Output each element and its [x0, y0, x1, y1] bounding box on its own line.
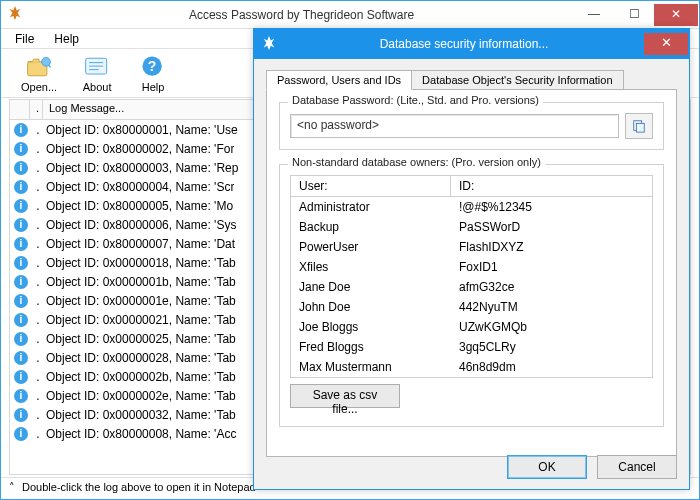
copy-icon: [632, 119, 646, 133]
log-msg: Object ID: 0x00000021, Name: 'Tab: [46, 313, 236, 327]
log-msg: Object ID: 0x80000004, Name: 'Scr: [46, 180, 234, 194]
info-icon: i: [14, 161, 28, 175]
info-icon: i: [14, 123, 28, 137]
password-field[interactable]: <no password>: [290, 114, 619, 138]
table-row[interactable]: PowerUserFlashIDXYZ: [291, 237, 652, 257]
log-dot: .: [34, 351, 42, 365]
close-button[interactable]: ✕: [654, 4, 698, 26]
titlebar: Access Password by Thegrideon Software ―…: [1, 1, 699, 29]
info-icon: i: [14, 408, 28, 422]
tab-password-users[interactable]: Password, Users and IDs: [266, 70, 412, 90]
cell-user: Administrator: [291, 197, 451, 217]
info-icon: i: [14, 332, 28, 346]
cell-id: 46n8d9dm: [451, 357, 652, 377]
tab-page: Database Password: (Lite., Std. and Pro.…: [266, 89, 677, 457]
log-dot: .: [34, 237, 42, 251]
cell-user: Joe Bloggs: [291, 317, 451, 337]
log-dot: .: [34, 199, 42, 213]
window-title: Access Password by Thegrideon Software: [29, 8, 574, 22]
log-msg: Object ID: 0x80000008, Name: 'Acc: [46, 427, 236, 441]
owners-table[interactable]: User: ID: Administrator!@#$%12345BackupP…: [290, 175, 653, 378]
owners-header: User: ID:: [291, 176, 652, 197]
tabs: Password, Users and IDs Database Object'…: [266, 69, 677, 457]
info-icon: i: [14, 142, 28, 156]
log-dot: .: [34, 427, 42, 441]
caret-up-icon: ˄: [9, 481, 19, 494]
table-row[interactable]: John Doe442NyuTM: [291, 297, 652, 317]
log-msg: Object ID: 0x80000006, Name: 'Sys: [46, 218, 236, 232]
info-icon: i: [14, 199, 28, 213]
info-icon: i: [14, 180, 28, 194]
cell-user: John Doe: [291, 297, 451, 317]
log-msg: Object ID: 0x80000005, Name: 'Mo: [46, 199, 233, 213]
cell-id: PaSSWorD: [451, 217, 652, 237]
cancel-button[interactable]: Cancel: [597, 455, 677, 479]
table-row[interactable]: Jane DoeafmG32ce: [291, 277, 652, 297]
cell-id: FlashIDXYZ: [451, 237, 652, 257]
group-db-password: Database Password: (Lite., Std. and Pro.…: [279, 102, 664, 150]
log-dot: .: [34, 275, 42, 289]
about-button[interactable]: About: [81, 53, 113, 93]
info-icon: i: [14, 389, 28, 403]
app-icon: [1, 6, 29, 23]
cell-id: FoxID1: [451, 257, 652, 277]
log-dot: .: [34, 389, 42, 403]
info-icon: i: [14, 256, 28, 270]
log-dot: .: [34, 313, 42, 327]
log-dot: .: [34, 294, 42, 308]
table-row[interactable]: XfilesFoxID1: [291, 257, 652, 277]
table-row[interactable]: Fred Bloggs3gq5CLRy: [291, 337, 652, 357]
info-icon: i: [14, 218, 28, 232]
log-msg: Object ID: 0x00000028, Name: 'Tab: [46, 351, 236, 365]
open-button[interactable]: Open...: [21, 53, 57, 93]
dialog-title: Database security information...: [284, 37, 644, 51]
info-icon: i: [14, 237, 28, 251]
log-dot: .: [34, 370, 42, 384]
table-row[interactable]: Max Mustermann46n8d9dm: [291, 357, 652, 377]
menu-file[interactable]: File: [7, 31, 42, 46]
cell-id: 3gq5CLRy: [451, 337, 652, 357]
dialog-icon: [254, 36, 284, 53]
cell-id: 442NyuTM: [451, 297, 652, 317]
status-text: Double-click the log above to open it in…: [22, 481, 256, 493]
info-icon: i: [14, 313, 28, 327]
log-dot: .: [34, 256, 42, 270]
log-dot: .: [34, 180, 42, 194]
col-id: ID:: [451, 176, 652, 196]
cell-id: !@#$%12345: [451, 197, 652, 217]
save-csv-button[interactable]: Save as csv file...: [290, 384, 400, 408]
cell-user: Max Mustermann: [291, 357, 451, 377]
table-row[interactable]: BackupPaSSWorD: [291, 217, 652, 237]
tab-object-security[interactable]: Database Object's Security Information: [411, 70, 623, 90]
info-icon: i: [14, 351, 28, 365]
log-msg: Object ID: 0x0000001b, Name: 'Tab: [46, 275, 236, 289]
dialog-titlebar: Database security information... ✕: [254, 29, 689, 59]
help-button[interactable]: ? Help: [137, 53, 169, 93]
log-msg: Object ID: 0x80000001, Name: 'Use: [46, 123, 238, 137]
log-msg: Object ID: 0x00000025, Name: 'Tab: [46, 332, 236, 346]
table-row[interactable]: Joe BloggsUZwKGMQb: [291, 317, 652, 337]
log-dot: .: [34, 123, 42, 137]
cell-user: Jane Doe: [291, 277, 451, 297]
table-row[interactable]: Administrator!@#$%12345: [291, 197, 652, 217]
log-dot: .: [34, 218, 42, 232]
ok-button[interactable]: OK: [507, 455, 587, 479]
copy-button[interactable]: [625, 113, 653, 139]
cell-id: UZwKGMQb: [451, 317, 652, 337]
folder-open-icon: [23, 53, 55, 81]
group-owners-label: Non-standard database owners: (Pro. vers…: [288, 156, 545, 168]
help-label: Help: [142, 81, 165, 93]
log-msg: Object ID: 0x00000018, Name: 'Tab: [46, 256, 236, 270]
info-icon: i: [14, 294, 28, 308]
help-icon: ?: [137, 53, 169, 81]
group-owners: Non-standard database owners: (Pro. vers…: [279, 164, 664, 427]
cell-user: Xfiles: [291, 257, 451, 277]
about-label: About: [83, 81, 112, 93]
dialog-close-button[interactable]: ✕: [644, 33, 688, 55]
minimize-button[interactable]: ―: [574, 4, 614, 26]
log-dot: .: [34, 161, 42, 175]
info-icon: i: [14, 427, 28, 441]
info-icon: i: [14, 275, 28, 289]
menu-help[interactable]: Help: [46, 31, 87, 46]
maximize-button[interactable]: ☐: [614, 4, 654, 26]
